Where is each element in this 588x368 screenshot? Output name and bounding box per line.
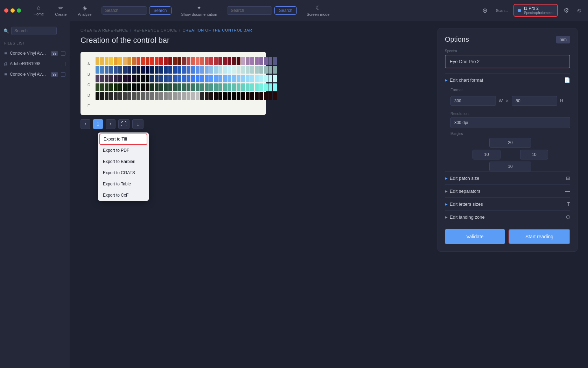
sidebar-search-input[interactable] xyxy=(11,27,57,35)
format-height-input[interactable] xyxy=(512,96,557,106)
sidebar-item-name-1: Controle Vinyl Avery -... xyxy=(10,51,48,56)
x-separator: ✕ xyxy=(505,98,509,103)
color-cell-4-8 xyxy=(132,92,136,100)
margin-bottom-input[interactable] xyxy=(489,162,531,171)
color-cell-1-13 xyxy=(155,66,159,74)
color-cell-3-37 xyxy=(264,83,268,91)
color-cell-1-29 xyxy=(227,66,231,74)
margin-left-input[interactable] xyxy=(472,150,500,159)
sidebar-checkbox-2[interactable] xyxy=(61,62,65,66)
color-cell-1-38 xyxy=(268,66,272,74)
scan-btn[interactable]: ⊕ xyxy=(479,5,490,16)
breadcrumb-reference-choice[interactable]: REFERENCE CHOICE xyxy=(133,28,177,32)
nav-search-btn[interactable]: Search xyxy=(149,6,172,15)
sidebar-item-file3[interactable]: ≡ Controle Vinyl Avery -... 99 xyxy=(0,69,70,80)
color-cell-3-36 xyxy=(259,83,263,91)
section-edit-letters-sizes[interactable]: ▶ Edit letters sizes T xyxy=(445,197,570,210)
nav-analyse[interactable]: ◈ Analyse xyxy=(72,3,97,18)
sidebar-item-file2[interactable]: ⎙ AdobeRGB1998 xyxy=(0,59,70,69)
file-stack-icon-1: ≡ xyxy=(4,50,7,56)
start-reading-btn[interactable]: Start reading xyxy=(509,229,570,244)
margin-right-input[interactable] xyxy=(520,150,548,159)
color-cell-4-22 xyxy=(196,92,200,100)
color-cell-3-6 xyxy=(123,83,127,91)
color-grid xyxy=(96,57,277,110)
next-page-btn[interactable]: › xyxy=(106,119,115,129)
color-cell-1-15 xyxy=(164,66,168,74)
color-cell-3-20 xyxy=(187,83,190,91)
color-cell-2-19 xyxy=(182,75,186,82)
color-cell-0-29 xyxy=(227,57,231,65)
color-cell-3-8 xyxy=(132,83,136,91)
sidebar-item-file1[interactable]: ≡ Controle Vinyl Avery -... 99 xyxy=(0,48,70,59)
dropdown-export-cgats[interactable]: Export to CGATS xyxy=(98,167,149,178)
color-cell-4-15 xyxy=(164,92,168,100)
nav-create[interactable]: ✏ Create xyxy=(49,3,72,18)
color-cell-4-19 xyxy=(182,92,186,100)
nav-search-input-2[interactable] xyxy=(227,6,272,15)
settings-btn[interactable]: ⚙ xyxy=(561,5,572,16)
validate-btn[interactable]: Validate xyxy=(445,229,505,244)
traffic-light-yellow[interactable] xyxy=(10,8,15,13)
nav-search-input[interactable] xyxy=(102,6,147,15)
spectro-input-box[interactable]: Eye One Pro 2 xyxy=(445,55,570,68)
mm-btn[interactable]: mm xyxy=(556,36,570,43)
color-cell-2-8 xyxy=(132,75,136,82)
logout-btn[interactable]: ⎋ xyxy=(575,6,584,15)
sidebar-checkbox-1[interactable] xyxy=(61,51,65,56)
color-cell-2-4 xyxy=(114,75,118,82)
color-cell-3-17 xyxy=(173,83,177,91)
export-dropdown: Export to Tiff Export to PDF Export to B… xyxy=(98,132,149,201)
dropdown-export-barbieri[interactable]: Export to Barbieri xyxy=(98,156,149,167)
dropdown-export-pdf[interactable]: Export to PDF xyxy=(98,145,149,156)
section-edit-landing-zone[interactable]: ▶ Edit landing zone ⬡ xyxy=(445,210,570,223)
row-label-d: D xyxy=(88,91,90,99)
section-edit-patch-size[interactable]: ▶ Edit patch size ⊞ xyxy=(445,171,570,184)
format-width-input[interactable] xyxy=(450,96,496,106)
prev-page-btn[interactable]: ‹ xyxy=(80,119,90,129)
sidebar-checkbox-3[interactable] xyxy=(61,72,65,77)
breadcrumb-create-reference[interactable]: CREATE A REFERENCE xyxy=(80,28,128,32)
resolution-input[interactable] xyxy=(450,117,570,128)
color-cell-1-8 xyxy=(132,66,136,74)
color-cell-4-39 xyxy=(273,92,277,100)
dropdown-export-table[interactable]: Export to Table xyxy=(98,178,149,190)
traffic-light-green[interactable] xyxy=(17,8,21,13)
color-cell-4-25 xyxy=(209,92,213,100)
breadcrumb-creation-control-bar: CREATION OF THE CONTROL BAR xyxy=(182,28,252,32)
color-cell-4-35 xyxy=(255,92,259,100)
spectrophotometer-box[interactable]: I1 Pro 2 Spectrophotometer xyxy=(513,4,558,17)
margin-top-input[interactable] xyxy=(489,138,531,148)
dropdown-export-cxf[interactable]: Export to CxF xyxy=(98,190,149,201)
color-cell-4-5 xyxy=(118,92,122,100)
color-cell-2-35 xyxy=(255,75,259,82)
section-label-chart-format: Edit chart format xyxy=(450,77,483,83)
nav-search-btn-2[interactable]: Search xyxy=(274,6,297,15)
color-cell-0-2 xyxy=(105,57,108,65)
color-cell-2-3 xyxy=(109,75,113,82)
format-row: W ✕ H xyxy=(450,93,570,109)
dropdown-export-tiff[interactable]: Export to Tiff xyxy=(99,134,147,145)
color-cell-1-2 xyxy=(105,66,108,74)
spectro-name: I1 Pro 2 xyxy=(524,6,554,11)
nav-show-documentation[interactable]: ✦ Show documentation xyxy=(176,3,223,18)
section-label-patch-size: Edit patch size xyxy=(450,176,479,181)
color-cell-2-21 xyxy=(191,75,195,82)
section-label-landing-zone: Edit landing zone xyxy=(450,214,485,220)
crop-btn[interactable]: ⛶ xyxy=(118,119,130,129)
color-cell-1-10 xyxy=(141,66,145,74)
color-cell-1-5 xyxy=(118,66,122,74)
color-cell-4-32 xyxy=(241,92,245,100)
traffic-light-red[interactable] xyxy=(4,8,8,13)
color-cell-3-13 xyxy=(155,83,159,91)
download-btn[interactable]: ↓ xyxy=(132,119,144,129)
color-cell-4-33 xyxy=(246,92,250,100)
row-label-e: E xyxy=(88,102,90,110)
color-cell-0-28 xyxy=(223,57,227,65)
color-cell-1-31 xyxy=(237,66,240,74)
color-cell-2-6 xyxy=(123,75,127,82)
section-edit-separators[interactable]: ▶ Edit separators — xyxy=(445,184,570,197)
section-edit-chart-format[interactable]: ▶ Edit chart format 📄 xyxy=(445,73,570,86)
nav-home[interactable]: ⌂ Home xyxy=(28,3,49,18)
nav-screen-mode[interactable]: ☾ Screen mode xyxy=(301,3,335,18)
